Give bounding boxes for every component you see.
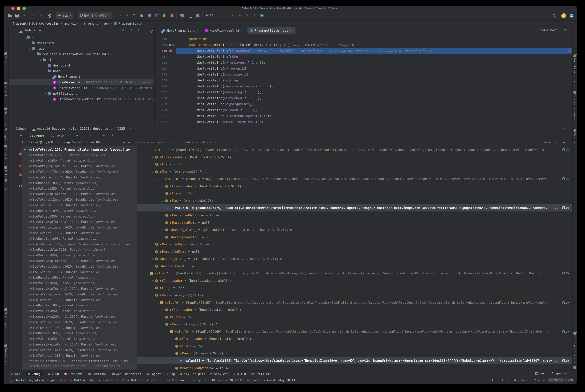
- run-to-cursor-icon[interactable]: ⇥: [103, 134, 104, 137]
- frame-row[interactable]: writeValue:1850, Parcel (android.os): [22, 336, 137, 342]
- run-icon[interactable]: ↻: [118, 13, 120, 17]
- frame-row[interactable]: writeValue:1850, Parcel (android.os): [22, 308, 137, 314]
- line-number[interactable]: 148: [154, 36, 167, 42]
- var-chevron[interactable]: ›: [162, 226, 165, 234]
- variable-row[interactable]: ›fshadow$_klass_ = {Class@8344} "class a…: [137, 226, 572, 233]
- line-number[interactable]: 160: [154, 107, 167, 113]
- line-number[interactable]: 151: [154, 54, 167, 60]
- frame-row[interactable]: writeToParcel:1304, Bundle (android.os): [22, 230, 137, 236]
- variable-row[interactable]: ⌄value[0] = {Bundle@26169} "Bundle[{andr…: [137, 328, 572, 335]
- tab-close-icon[interactable]: ✕: [241, 29, 243, 32]
- attach-debugger-icon[interactable]: ↗: [163, 14, 165, 17]
- tool-window-layout-inspector[interactable]: Layout Inspector: [535, 372, 568, 375]
- tool-window-build[interactable]: ⚒Build: [234, 372, 246, 376]
- variable-row[interactable]: ⌄value[0] = {Bundle@26162} "Bundle[{andr…: [137, 175, 572, 182]
- tree-row[interactable]: ⌄ui: [8, 57, 154, 62]
- line-number[interactable]: 150: [154, 48, 167, 54]
- search-everywhere-icon[interactable]: [553, 14, 556, 16]
- frame-row[interactable]: writeArrayMapInternal:1024, Parcel (andr…: [22, 342, 137, 347]
- var-chevron[interactable]: ›: [177, 357, 180, 364]
- file-encoding[interactable]: UTF-8: [500, 378, 509, 382]
- save-icon[interactable]: [15, 14, 19, 18]
- line-number[interactable]: 157: [154, 90, 167, 95]
- editor-more-icon[interactable]: ⋮: [569, 28, 572, 32]
- breakpoint-icon[interactable]: ✓: [169, 50, 172, 52]
- code-line[interactable]: 147: [154, 34, 572, 36]
- tool-stripe-device-manager[interactable]: Device Manager: [573, 91, 577, 120]
- frame-row[interactable]: writeBundle:1093, Parcel (android.os): [22, 275, 137, 280]
- tool-stripe-running-devices[interactable]: Running Devices: [573, 332, 577, 364]
- variable-row[interactable]: fmFlags = 1536: [137, 160, 572, 168]
- coverage-icon[interactable]: [148, 14, 151, 18]
- var-chevron[interactable]: ⌄: [147, 270, 150, 277]
- tree-row[interactable]: ›notifications: [8, 91, 154, 96]
- variable-row[interactable]: fmParcelledByNative = false: [137, 364, 572, 370]
- open-icon[interactable]: [8, 15, 11, 17]
- code-line[interactable]: 158dest.writeInt(mDetached ? 1 : 0);: [154, 95, 572, 101]
- variable-row[interactable]: ⌄fmMap = {ArrayMap@26149} 1: [137, 292, 572, 299]
- update-available-icon[interactable]: ↑: [561, 13, 566, 18]
- locate-file-icon[interactable]: ◎: [122, 28, 124, 32]
- frame-row[interactable]: writeValue:1850, Parcel (android.os): [22, 280, 137, 286]
- frame-row[interactable]: writeToParcel:1304, Bundle (android.os): [22, 325, 137, 330]
- variable-row[interactable]: fmParcelledData = null: [137, 248, 572, 255]
- frame-row[interactable]: activityStopped:1278, IActivityClientCon…: [22, 358, 137, 362]
- frame-row[interactable]: writeBundle:1093, Parcel (android.os): [22, 208, 137, 214]
- watch-lang-selector[interactable]: Java: [540, 140, 547, 144]
- variable-row[interactable]: ⌄fmMap = {ArrayMap@26167} 2: [137, 320, 572, 328]
- tab-close-icon[interactable]: ✕: [290, 29, 291, 32]
- variable-row[interactable]: fshadow$_monitor_ = 0: [137, 262, 572, 270]
- code-line[interactable]: 160dest.writeInt(mHidden ? 1 : 0);: [154, 107, 572, 113]
- variable-row[interactable]: ⌄value[1] = {Bundle@26142} "Bundle[{andr…: [137, 146, 572, 153]
- sync-icon[interactable]: ↻: [22, 13, 24, 17]
- tool-stripe-notifications[interactable]: Notifications: [573, 54, 577, 82]
- var-chevron[interactable]: ›: [152, 154, 155, 161]
- var-chevron[interactable]: ⌄: [162, 197, 165, 204]
- git-commit-icon[interactable]: ✓: [224, 13, 226, 17]
- force-step-into-icon[interactable]: ↓: [90, 134, 91, 137]
- tool-stripe-bookmarks[interactable]: Bookmarks: [4, 344, 8, 365]
- variable-row[interactable]: ›fmClassLoader = {BootClassLoader@26104}: [137, 182, 572, 190]
- frame-row[interactable]: writeBundle:1093, Parcel (android.os): [22, 302, 137, 308]
- var-chevron[interactable]: ›: [152, 255, 155, 262]
- view-link[interactable]: ... View: [553, 357, 572, 364]
- view-link[interactable]: ... View: [553, 328, 572, 335]
- apply-changes-icon[interactable]: ↻: [125, 13, 128, 17]
- var-chevron[interactable]: ⌄: [162, 321, 165, 328]
- debug-hide-icon[interactable]: —: [563, 126, 565, 130]
- step-into-icon[interactable]: ↓: [83, 134, 85, 137]
- frame-row[interactable]: writeArrayMapInternal:1024, Parcel (andr…: [22, 258, 137, 264]
- tool-stripe-commit[interactable]: Commit: [4, 145, 8, 160]
- tool-window-services[interactable]: Services: [210, 372, 228, 376]
- tool-window-app-quality-insights[interactable]: ◇App Quality Insights: [166, 372, 205, 376]
- code-line[interactable]: 154dest.writeInt(mContainerId);: [154, 72, 572, 78]
- tree-row[interactable]: KStateSavingViewModel.kt 2022/10/14 13:0…: [8, 96, 154, 102]
- back-icon[interactable]: ←: [32, 13, 35, 17]
- tree-row[interactable]: ›manifests: [8, 40, 154, 46]
- editor-tab-fragmentstate-java[interactable]: CFragmentState.java✕: [247, 27, 295, 34]
- frame-row[interactable]: writeParcelable:1953, Parcel (android.os…: [22, 247, 137, 252]
- frame-row[interactable]: writeParcelable:1953, Parcel (android.os…: [22, 152, 137, 158]
- line-number[interactable]: 152: [154, 60, 167, 66]
- tree-chevron[interactable]: ›: [29, 40, 32, 46]
- tab-close-icon[interactable]: ✕: [197, 29, 198, 32]
- editor-tab-homefragment-kt[interactable]: CHomeFragment.kt✕: [160, 27, 202, 34]
- frame-row[interactable]: writeValue:1859, Parcel (android.os): [22, 252, 137, 258]
- tree-chevron[interactable]: ⌄: [29, 46, 32, 51]
- tree-chevron[interactable]: ›: [45, 91, 48, 96]
- variable-row[interactable]: fshadow$_monitor_ = 0: [137, 233, 572, 240]
- frame-row[interactable]: writeToParcel:1304, Bundle (android.os): [22, 297, 137, 302]
- view-link[interactable]: ... View: [553, 204, 572, 212]
- var-chevron[interactable]: ⌄: [172, 350, 175, 357]
- tool-window-terminal[interactable]: >_Terminal: [88, 372, 106, 376]
- code-line[interactable]: 152dest.writeInt(mFromLayout ? 1 : 0);: [154, 60, 572, 66]
- step-over-icon[interactable]: ∩: [76, 134, 78, 137]
- frame-row[interactable]: writeToParcelInner:1620, BaseBundle (and…: [22, 224, 137, 230]
- approve-icon[interactable]: ✓✓: [564, 28, 567, 32]
- line-number[interactable]: 159: [154, 101, 167, 107]
- tree-row[interactable]: ⌄app: [8, 34, 154, 40]
- frame-row[interactable]: writeArrayMapInternal:1024, Parcel (andr…: [22, 286, 137, 292]
- git-branch[interactable]: ⎇ main: [533, 378, 545, 382]
- collapse-all-icon[interactable]: ≡: [138, 28, 139, 32]
- view-link[interactable]: ... View: [553, 146, 572, 153]
